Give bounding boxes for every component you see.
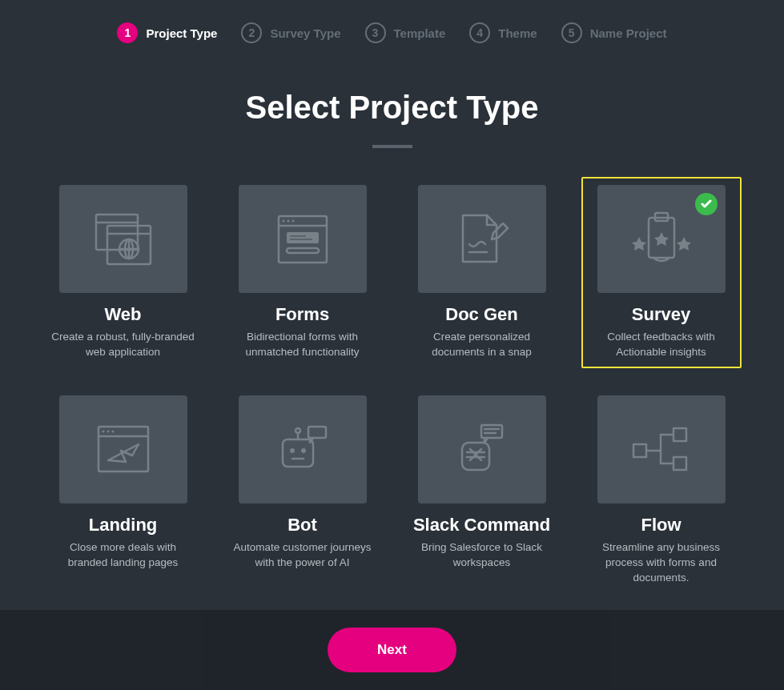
svg-point-12 bbox=[292, 219, 295, 222]
svg-point-22 bbox=[102, 431, 104, 433]
step-name-project[interactable]: 5 Name Project bbox=[561, 22, 667, 43]
svg-point-26 bbox=[290, 448, 295, 453]
svg-rect-13 bbox=[287, 232, 319, 243]
card-desc: Streamline any business process with for… bbox=[589, 540, 734, 586]
svg-point-27 bbox=[301, 448, 306, 453]
card-desc: Create a robust, fully-branded web appli… bbox=[51, 330, 195, 360]
card-forms[interactable]: Forms Bidirectional forms with unmatched… bbox=[223, 177, 383, 368]
svg-rect-40 bbox=[633, 444, 646, 457]
card-desc: Automate customer journeys with the powe… bbox=[231, 540, 375, 571]
page-title: Select Project Type bbox=[0, 90, 784, 126]
card-slack[interactable]: Slack Command Bring Salesforce to Slack … bbox=[402, 387, 562, 594]
bot-icon bbox=[239, 395, 367, 503]
survey-icon bbox=[597, 185, 726, 293]
card-desc: Collect feedbacks with Actionable insigh… bbox=[589, 330, 734, 360]
step-label: Name Project bbox=[590, 26, 667, 40]
card-survey[interactable]: Survey Collect feedbacks with Actionable… bbox=[581, 177, 742, 368]
check-icon bbox=[695, 193, 718, 215]
web-icon bbox=[59, 185, 187, 293]
step-template[interactable]: 3 Template bbox=[365, 22, 446, 43]
step-number: 2 bbox=[241, 22, 262, 43]
svg-point-11 bbox=[287, 219, 290, 222]
step-label: Project Type bbox=[146, 26, 217, 40]
stepper: 1 Project Type 2 Survey Type 3 Template … bbox=[0, 0, 784, 43]
card-title: Slack Command bbox=[413, 515, 550, 536]
step-survey-type[interactable]: 2 Survey Type bbox=[241, 22, 340, 43]
svg-point-10 bbox=[283, 219, 285, 222]
card-web[interactable]: Web Create a robust, fully-branded web a… bbox=[43, 177, 203, 368]
svg-rect-16 bbox=[287, 248, 319, 253]
svg-rect-31 bbox=[308, 427, 326, 438]
card-flow[interactable]: Flow Streamline any business process wit… bbox=[581, 387, 742, 594]
step-number: 5 bbox=[561, 22, 582, 43]
card-desc: Bidirectional forms with unmatched funct… bbox=[231, 330, 375, 360]
step-theme[interactable]: 4 Theme bbox=[469, 22, 537, 43]
svg-point-24 bbox=[111, 431, 114, 433]
landing-icon bbox=[59, 395, 187, 503]
step-number: 3 bbox=[365, 22, 386, 43]
svg-rect-25 bbox=[283, 439, 313, 467]
card-title: Landing bbox=[89, 515, 158, 536]
svg-rect-14 bbox=[290, 235, 306, 237]
step-label: Template bbox=[394, 26, 446, 40]
forms-icon bbox=[239, 185, 367, 293]
card-title: Survey bbox=[632, 304, 690, 325]
card-bot[interactable]: Bot Automate customer journeys with the … bbox=[223, 387, 383, 594]
svg-rect-20 bbox=[99, 427, 148, 471]
card-landing[interactable]: Landing Close more deals with branded la… bbox=[43, 387, 203, 594]
card-desc: Create personalized documents in a snap bbox=[410, 330, 554, 360]
svg-rect-42 bbox=[673, 457, 686, 470]
title-divider bbox=[372, 145, 412, 148]
next-button[interactable]: Next bbox=[328, 628, 456, 672]
card-desc: Bring Salesforce to Slack workspaces bbox=[410, 540, 554, 571]
step-number: 1 bbox=[117, 22, 138, 43]
svg-point-23 bbox=[107, 431, 109, 433]
footer-bar: Next bbox=[0, 610, 784, 690]
step-project-type[interactable]: 1 Project Type bbox=[117, 22, 217, 43]
card-title: Bot bbox=[287, 515, 317, 536]
card-docgen[interactable]: Doc Gen Create personalized documents in… bbox=[402, 177, 562, 368]
slack-icon bbox=[418, 395, 546, 503]
svg-rect-15 bbox=[290, 239, 312, 240]
step-number: 4 bbox=[469, 22, 490, 43]
card-title: Web bbox=[104, 304, 141, 325]
svg-point-30 bbox=[296, 428, 300, 433]
card-title: Doc Gen bbox=[445, 304, 517, 325]
svg-rect-41 bbox=[673, 428, 686, 441]
docgen-icon bbox=[418, 185, 546, 293]
project-type-grid: Web Create a robust, fully-branded web a… bbox=[0, 177, 784, 593]
card-title: Flow bbox=[641, 515, 681, 536]
card-desc: Close more deals with branded landing pa… bbox=[51, 540, 195, 571]
step-label: Theme bbox=[498, 26, 537, 40]
card-title: Forms bbox=[275, 304, 329, 325]
step-label: Survey Type bbox=[270, 26, 340, 40]
svg-rect-32 bbox=[481, 425, 502, 438]
flow-icon bbox=[597, 395, 726, 503]
